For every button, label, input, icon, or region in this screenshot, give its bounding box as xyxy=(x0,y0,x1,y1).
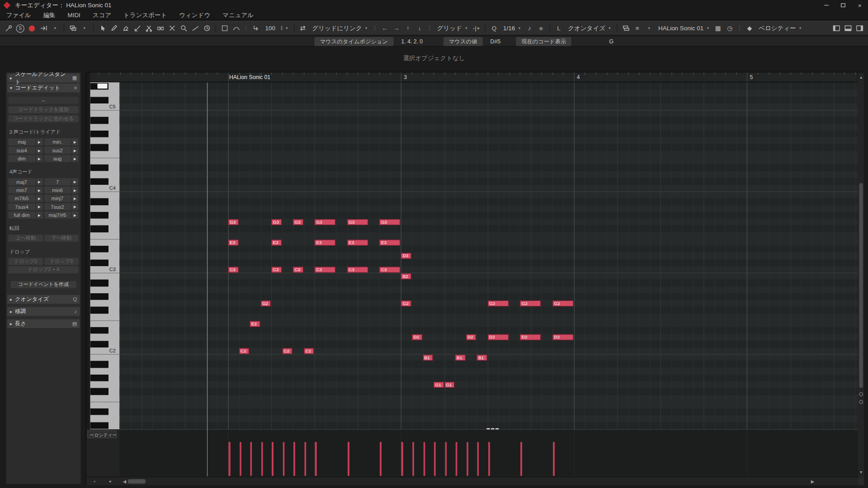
note-grid[interactable]: G3E3C3C2E2G2G3E3C3C2G3C3C2G3E3C3G3E3C3G3… xyxy=(119,82,858,429)
current-chord-value[interactable]: G xyxy=(609,38,613,44)
midi-note[interactable]: C3 xyxy=(228,267,238,272)
track-list-caret[interactable]: ▾ xyxy=(644,23,654,33)
midi-note[interactable]: D2 xyxy=(487,334,509,340)
chord-play-icon[interactable]: ▶ xyxy=(71,155,79,162)
velocity-bar[interactable] xyxy=(380,442,382,476)
chord-button-7sus4[interactable]: 7sus4▶ xyxy=(8,203,43,210)
zoom-out-button[interactable] xyxy=(859,400,863,404)
length-quantize-select[interactable]: クオンタイズ▾ xyxy=(565,23,613,33)
white-key[interactable] xyxy=(90,381,120,388)
scroll-left-button[interactable]: ◀ xyxy=(121,478,128,485)
menu-file[interactable]: ファイル xyxy=(0,11,37,19)
chord-button-m7b5[interactable]: m7/b5▶ xyxy=(8,195,43,202)
line-tool[interactable] xyxy=(190,23,200,33)
chord-play-icon[interactable]: ▶ xyxy=(71,203,79,210)
midi-note[interactable]: D2 xyxy=(412,334,422,340)
drop24-button[interactable]: ドロップ2 + 4 xyxy=(8,266,79,273)
midi-note[interactable]: G3 xyxy=(379,219,401,225)
chord-play-icon[interactable]: ▶ xyxy=(71,187,79,194)
chord-play-icon[interactable]: ▶ xyxy=(36,187,43,194)
chord-button-maj7[interactable]: maj7▶ xyxy=(8,178,43,185)
velocity-bar[interactable] xyxy=(272,442,274,476)
midi-note[interactable]: C3 xyxy=(315,267,336,272)
timeline-ruler[interactable]: HALion Sonic 01 345 xyxy=(90,72,858,82)
white-key[interactable] xyxy=(90,110,120,117)
white-key[interactable] xyxy=(90,402,120,408)
add-chord-track-button[interactable]: コードトラックを追加 xyxy=(8,106,79,113)
scroll-up-button[interactable]: ▲ xyxy=(858,74,864,80)
white-key[interactable] xyxy=(90,90,120,97)
velocity-bar[interactable] xyxy=(261,442,263,476)
step-input-icon[interactable] xyxy=(251,23,261,33)
object-selection-tool[interactable] xyxy=(97,23,107,33)
match-chord-track-button[interactable]: コードトラックに合わせる xyxy=(8,115,79,122)
velocity-bar[interactable] xyxy=(229,442,231,476)
iterative-quantize-icon[interactable]: ♪ xyxy=(524,23,535,33)
track-list-icon[interactable]: ≡ xyxy=(632,23,642,33)
chord-play-icon[interactable]: ▶ xyxy=(36,178,43,185)
velocity-bar[interactable] xyxy=(293,442,295,476)
black-key[interactable] xyxy=(90,259,108,266)
velocity-bar[interactable] xyxy=(423,442,425,476)
midi-note[interactable]: D2 xyxy=(520,334,541,340)
white-key[interactable] xyxy=(90,273,120,280)
midi-note[interactable]: G2 xyxy=(552,300,574,306)
midi-link-icon[interactable] xyxy=(298,23,308,33)
midi-note[interactable]: E3 xyxy=(228,239,238,245)
white-key[interactable] xyxy=(90,239,120,246)
white-key[interactable] xyxy=(90,158,120,164)
scroll-down-button[interactable]: ▼ xyxy=(858,469,864,475)
midi-note[interactable]: G2 xyxy=(487,300,509,306)
chord-play-icon[interactable]: ▶ xyxy=(71,178,79,185)
erase-tool[interactable] xyxy=(120,23,131,33)
velocity-bar[interactable] xyxy=(467,442,468,476)
midi-note[interactable]: E2 xyxy=(250,321,260,327)
midi-note[interactable]: C2 xyxy=(304,348,314,354)
event-colors-select[interactable]: ベロシティー▾ xyxy=(756,23,804,33)
part-editing-mode-icon[interactable] xyxy=(67,23,78,33)
left-zone-toggle[interactable] xyxy=(831,23,841,33)
nudge-left-button[interactable]: ← xyxy=(379,23,390,33)
midi-note[interactable]: E3 xyxy=(271,239,282,245)
midi-note[interactable]: B1 xyxy=(477,355,487,361)
black-key[interactable] xyxy=(90,307,108,314)
midi-note[interactable]: B1 xyxy=(455,355,466,361)
midi-note[interactable]: G3 xyxy=(315,219,336,225)
white-key[interactable] xyxy=(90,124,120,131)
acoustic-feedback-button[interactable] xyxy=(27,23,37,33)
velocity-bar[interactable] xyxy=(401,442,403,476)
insert-velocity-control[interactable]: 100 ▴▾ ▾ xyxy=(262,23,290,33)
move-up-button[interactable]: ↑ xyxy=(403,23,413,33)
velocity-lane-label[interactable]: ベロシティー xyxy=(87,431,117,438)
velocity-bar[interactable] xyxy=(456,442,458,476)
velocity-bar[interactable] xyxy=(304,442,306,476)
chord-button-7sus2[interactable]: 7sus2▶ xyxy=(44,203,79,210)
chord-play-icon[interactable]: ▶ xyxy=(36,155,43,162)
nudge-right-button[interactable]: → xyxy=(391,23,401,33)
black-key[interactable] xyxy=(90,117,108,124)
midi-note[interactable]: E3 xyxy=(315,239,336,245)
chord-button-min6[interactable]: min6▶ xyxy=(44,187,79,194)
chord-button-maj[interactable]: maj▶ xyxy=(8,138,43,145)
chord-play-icon[interactable]: ▶ xyxy=(36,146,43,154)
white-key[interactable] xyxy=(90,151,120,158)
black-key[interactable] xyxy=(90,198,108,205)
window-layout-toggle[interactable] xyxy=(843,23,853,33)
trim-tool[interactable] xyxy=(132,23,142,33)
matrix-icon[interactable]: ▦ xyxy=(713,23,723,33)
midi-note[interactable]: C3 xyxy=(271,267,282,272)
link-to-grid-select[interactable]: グリッドにリンク▾ xyxy=(309,23,370,33)
layers-icon[interactable] xyxy=(621,23,631,33)
velocity-bar[interactable] xyxy=(412,442,414,476)
right-zone-toggle[interactable] xyxy=(854,23,864,33)
section-transpose[interactable]: ▸ 移調 ♪ xyxy=(7,307,80,316)
midi-note[interactable]: D2 xyxy=(466,334,476,340)
apply-quantize-icon[interactable]: Q xyxy=(489,23,499,33)
white-key[interactable] xyxy=(90,219,120,225)
open-quantize-panel-icon[interactable]: e xyxy=(536,23,546,33)
chord-play-icon[interactable]: ▶ xyxy=(71,146,79,154)
velocity-stepper[interactable]: ▴▾ xyxy=(281,25,283,31)
velocity-bar[interactable] xyxy=(315,442,317,476)
black-key[interactable] xyxy=(90,341,108,347)
glue-tool[interactable] xyxy=(155,23,165,33)
